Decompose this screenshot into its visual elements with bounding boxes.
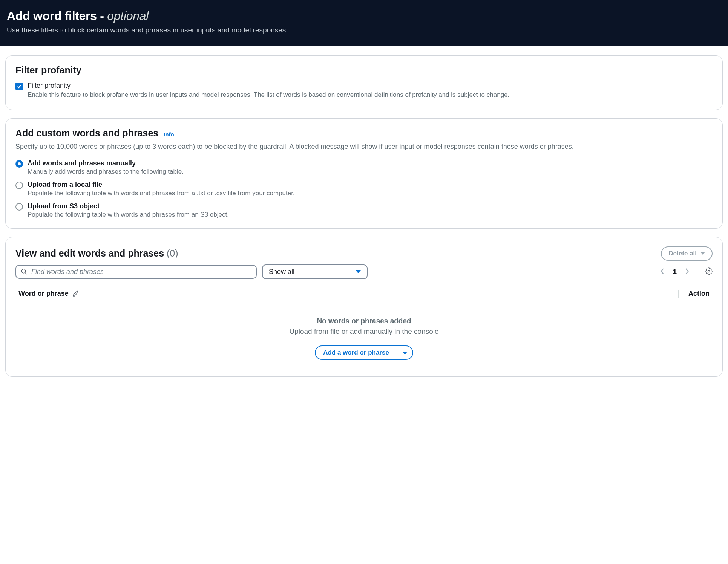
col-word-phrase[interactable]: Word or phrase [18, 290, 79, 298]
col-action: Action [678, 290, 710, 298]
caret-down-icon [356, 270, 361, 273]
toolbar: Show all 1 [15, 264, 713, 279]
chevron-right-icon [684, 267, 690, 275]
filter-select[interactable]: Show all [262, 264, 368, 279]
radio-option-manual[interactable]: Add words and phrases manually Manually … [15, 159, 713, 176]
radio-option-local-file[interactable]: Upload from a local file Populate the fo… [15, 181, 713, 197]
add-word-button[interactable]: Add a word or pharse [315, 345, 397, 360]
profanity-checkbox[interactable] [15, 83, 23, 90]
radio-manual[interactable] [15, 160, 23, 168]
custom-words-heading: Add custom words and phrases [15, 128, 158, 139]
page-title: Add word filters - optional [7, 9, 721, 23]
col-word-phrase-label: Word or phrase [18, 290, 69, 298]
chevron-left-icon [660, 267, 665, 275]
edit-icon [72, 290, 79, 297]
svg-line-1 [25, 273, 27, 274]
empty-subtitle: Upload from file or add manually in the … [15, 327, 713, 336]
gear-icon [705, 267, 713, 275]
view-count: (0) [167, 248, 178, 258]
add-word-dropdown-button[interactable] [397, 345, 413, 360]
settings-button[interactable] [705, 267, 713, 276]
svg-point-2 [708, 270, 710, 272]
radio-manual-label: Add words and phrases manually [28, 159, 184, 167]
check-icon [17, 84, 22, 89]
pager-next-button[interactable] [684, 267, 690, 277]
profanity-checkbox-row: Filter profanity Enable this feature to … [15, 82, 713, 100]
search-icon [21, 268, 28, 275]
view-header: View and edit words and phrases (0) Dele… [15, 246, 713, 261]
page-header: Add word filters - optional Use these fi… [0, 0, 728, 46]
pager-page-number: 1 [673, 267, 677, 276]
pager: 1 [660, 266, 713, 277]
radio-manual-desc: Manually add words and phrases to the fo… [28, 168, 184, 176]
pager-prev-button[interactable] [660, 267, 665, 277]
profanity-checkbox-label: Filter profanity [28, 82, 509, 90]
content-area: Filter profanity Filter profanity Enable… [0, 46, 728, 394]
view-heading-text: View and edit words and phrases [15, 248, 164, 258]
delete-all-button[interactable]: Delete all [661, 246, 713, 261]
title-main: Add word filters - [7, 9, 104, 23]
radio-local-file-desc: Populate the following table with words … [28, 190, 295, 197]
radio-local-file-label: Upload from a local file [28, 181, 295, 189]
radio-s3[interactable] [15, 203, 23, 211]
search-box[interactable] [15, 265, 257, 279]
filter-profanity-heading: Filter profanity [15, 65, 713, 76]
divider [697, 266, 697, 277]
view-heading: View and edit words and phrases (0) [15, 248, 178, 259]
custom-words-desc: Specify up to 10,000 words or phrases (u… [15, 142, 713, 152]
empty-state: No words or phrases added Upload from fi… [15, 303, 713, 367]
svg-point-0 [21, 269, 26, 273]
radio-s3-label: Upload from S3 object [28, 202, 229, 210]
add-method-radio-group: Add words and phrases manually Manually … [15, 159, 713, 219]
filter-select-value: Show all [269, 268, 294, 276]
title-optional: optional [107, 9, 149, 23]
caret-down-icon [403, 352, 407, 355]
radio-local-file[interactable] [15, 182, 23, 189]
empty-title: No words or phrases added [15, 317, 713, 325]
search-input[interactable] [31, 268, 251, 276]
radio-option-s3[interactable]: Upload from S3 object Populate the follo… [15, 202, 713, 219]
profanity-checkbox-desc: Enable this feature to block profane wor… [28, 90, 509, 100]
table-header-row: Word or phrase Action [6, 286, 722, 303]
custom-words-panel: Add custom words and phrases Info Specif… [5, 118, 723, 229]
add-word-button-label: Add a word or pharse [323, 349, 389, 356]
col-action-label: Action [688, 290, 710, 297]
radio-s3-desc: Populate the following table with words … [28, 211, 229, 219]
caret-down-icon [700, 252, 705, 255]
custom-words-heading-row: Add custom words and phrases Info [15, 128, 713, 139]
add-word-button-group: Add a word or pharse [315, 345, 413, 360]
info-link[interactable]: Info [164, 131, 174, 138]
filter-profanity-panel: Filter profanity Filter profanity Enable… [5, 55, 723, 110]
view-edit-panel: View and edit words and phrases (0) Dele… [5, 237, 723, 377]
page-subtitle: Use these filters to block certain words… [7, 26, 721, 34]
delete-all-label: Delete all [668, 250, 697, 257]
